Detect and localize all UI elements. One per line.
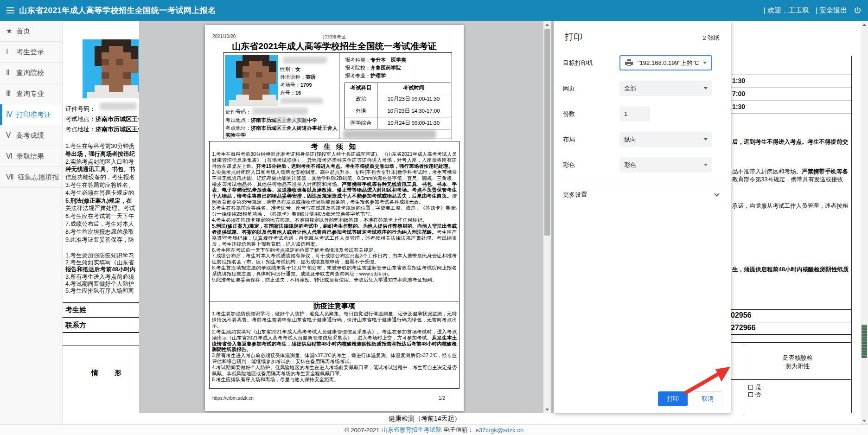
doc-notice-box: 考 生 须 知 1.考生在每科考前30分钟携带此准考证和身份证(现役军人持士兵证… bbox=[209, 141, 460, 301]
sidebar-item-scores[interactable]: Ⅴ高考成绩 bbox=[0, 125, 62, 146]
exam-table-header-row: 考试科目考试时间 bbox=[345, 83, 450, 93]
dialog-field-label: 份数 bbox=[563, 110, 619, 118]
photo-pixel bbox=[102, 39, 109, 46]
doc-addr-row: 考点地址：济南市历城区王舍人街道办事处王舍人实验中学 bbox=[225, 125, 338, 139]
sidebar-item-label: 打印准考证 bbox=[16, 110, 51, 119]
preview-document-page: 2021/10/20 打印准考证 山东省2021年成人高等学校招生全国统一考试准… bbox=[205, 25, 464, 411]
sidebar-item-prefix: Ⅰ bbox=[6, 48, 13, 56]
sidebar-item-prefix: Ⅶ bbox=[6, 173, 14, 181]
dialog-select[interactable]: 全部 bbox=[619, 81, 712, 96]
bg-nucleic-text: 是否核酸检 bbox=[744, 354, 851, 362]
divider bbox=[731, 342, 851, 343]
photo-pixel bbox=[109, 46, 117, 53]
divider bbox=[63, 317, 139, 318]
checkbox-label: 否 bbox=[755, 390, 761, 399]
doc-field-value: 护理学 bbox=[370, 73, 386, 78]
print-dialog-title: 打印 bbox=[565, 31, 582, 43]
bg-site-line: 考试地点：济南市历城区王舍人实验中学 bbox=[65, 115, 139, 123]
sidebar-item-colleges[interactable]: Ⅱ查询院校 bbox=[0, 63, 62, 83]
doc-epidemic-box: 防疫注意事项 1.考生要加强防疫知识学习，做好个人防护，避免人员聚集。每日自觉进… bbox=[209, 301, 460, 389]
bg-health-check-text: 健康检测（考前14天起） bbox=[389, 415, 461, 423]
hamburger-menu-icon[interactable] bbox=[6, 7, 14, 13]
text-segment: 8.考生首次填报志愿的录取结果将于12月中旬公布，未被录取的考生需重新登录山东省… bbox=[212, 265, 457, 276]
dropdown-caret-icon bbox=[704, 87, 708, 90]
bg-time-fragment: 7:00 bbox=[732, 90, 745, 97]
bg-text-fragment: 9.此准考证要妥善保存，防 bbox=[65, 236, 134, 244]
checkbox-icon[interactable] bbox=[748, 392, 753, 397]
doc-paragraph: 3.考生在答题前应将姓名、准考证号、座号写在试题及答题卡规定的位置，字迹要工整、… bbox=[210, 205, 459, 217]
doc-field: 报考专业：护理学 bbox=[345, 72, 386, 79]
sidebar-item-login[interactable]: Ⅰ考生登录 bbox=[0, 42, 62, 63]
photo-pixel bbox=[123, 85, 131, 92]
org-link[interactable]: 山东省教育招生考试院 bbox=[381, 426, 441, 434]
background-page-left: 证件号码： 考试地点：济南市历城区王舍人实验中学 考点地址：济南市历城区王舍人街… bbox=[63, 21, 139, 424]
dialog-field-label: 目标打印机 bbox=[563, 59, 619, 67]
email-link[interactable]: e37crgk@sdzk.cn bbox=[475, 427, 523, 434]
sidebar-item-admission[interactable]: Ⅵ录取结果 bbox=[0, 146, 62, 167]
preview-scrollbar[interactable] bbox=[543, 21, 551, 413]
doc-field-label: 考场号： bbox=[280, 82, 300, 88]
scroll-up-icon[interactable] bbox=[543, 21, 551, 28]
doc-field: 外语语种：英语 bbox=[280, 74, 316, 81]
more-settings-label: 更多设置 bbox=[563, 191, 587, 199]
exam-table-cell: 10月24日 09:00-11:30 bbox=[377, 117, 450, 129]
checkbox-icon[interactable] bbox=[748, 385, 753, 390]
dialog-select[interactable]: 彩色 bbox=[619, 157, 712, 173]
divider bbox=[63, 302, 139, 303]
sidebar-item-print-ticket[interactable]: Ⅳ打印准考证 bbox=[0, 104, 62, 125]
photo-pixel bbox=[87, 92, 95, 98]
scroll-up-icon[interactable] bbox=[861, 21, 868, 28]
doc-paragraph: 4.考试期间要做好个人防护。低风险地区的考生在进入考场前要佩戴口罩，笔试考试过程… bbox=[210, 365, 459, 377]
photo-pixel bbox=[116, 65, 124, 72]
sidebar-item-home[interactable]: ★首页 bbox=[0, 21, 62, 42]
photo-pixel bbox=[95, 52, 102, 59]
cancel-button[interactable]: 取消 bbox=[693, 391, 722, 406]
privacy-smudge bbox=[274, 117, 307, 122]
photo-pixel bbox=[131, 46, 139, 53]
sidebar-item-volunteer[interactable]: Ⅶ征集志愿填报 bbox=[0, 167, 62, 188]
scroll-down-icon[interactable] bbox=[543, 406, 551, 413]
divider bbox=[731, 101, 851, 101]
text-segment: 6.考生应在考试前一天下午到考点规定的位置了解考场情况及考试有关规定。 bbox=[212, 247, 378, 253]
sidebar-item-label: 查询院校 bbox=[16, 69, 44, 77]
dialog-printer-select[interactable]: "192.168.0.199"上的"C bbox=[619, 55, 712, 70]
text-segment: 5.考生应排队有序入场和离场，尽量与他人保持安全距离。 bbox=[212, 377, 339, 382]
doc-field: 考场号：1709 bbox=[280, 82, 312, 89]
text-segment: 承诺，自觉服从考试工作人员管理，违者按相 bbox=[732, 203, 848, 209]
print-button[interactable]: 打印 bbox=[658, 391, 688, 406]
more-settings-button[interactable]: 更多设置 bbox=[554, 183, 731, 206]
dialog-field-row: 彩色彩色 bbox=[563, 157, 720, 173]
sidebar-item-prefix: Ⅴ bbox=[6, 131, 13, 140]
photo-pixel bbox=[95, 46, 102, 53]
photo-pixel bbox=[102, 59, 109, 66]
candidate-photo bbox=[83, 39, 139, 98]
dialog-select[interactable]: 纵向 bbox=[619, 132, 712, 147]
sidebar-item-majors[interactable]: Ⅲ查询专业 bbox=[0, 83, 62, 104]
photo-pixel bbox=[131, 59, 139, 66]
doc-field-value: 英语 bbox=[306, 74, 316, 80]
text-segment: 9.此准考证要妥善保存，防止遗失，不得涂改、转让或顶替使用。录取后凭入学通知书和… bbox=[212, 277, 437, 282]
scroll-down-icon[interactable] bbox=[861, 417, 868, 424]
scrollbar-thumb[interactable] bbox=[544, 29, 550, 236]
dialog-copies-input[interactable]: 1 bbox=[619, 106, 650, 122]
bg-id-label: 证件号码： bbox=[65, 105, 96, 113]
bg-text-fragment: 3.考生在答题前应将姓名、 bbox=[65, 181, 134, 189]
doc-paragraph: 7.成绩公布后，考生对本人考试成绩如有异议，可于成绩公布次日起3个工作日内，由本… bbox=[210, 253, 459, 265]
doc-field-label: 性别： bbox=[280, 66, 295, 72]
doc-title: 山东省2021年成人高等学校招生全国统一考试准考证 bbox=[205, 40, 464, 52]
bg-text-fragment: 7.成绩公布后，考生对本人 bbox=[65, 220, 134, 228]
bg-text-fragment: 5.刑法(修正案九)规定，在 bbox=[65, 197, 132, 205]
photo-pixel bbox=[269, 77, 276, 83]
logout-link[interactable]: | 安全退出 bbox=[816, 6, 847, 15]
print-dialog: 打印 2 张纸 目标打印机"192.168.0.199"上的"C网页全部份数1布… bbox=[554, 21, 731, 413]
bg-text-fragment: 种无线通讯工具、书包、书 bbox=[65, 166, 135, 173]
page-scrollbar[interactable] bbox=[861, 21, 868, 424]
sidebar-item-label: 首页 bbox=[16, 27, 30, 36]
divider bbox=[744, 342, 744, 413]
power-logout-icon[interactable] bbox=[854, 6, 862, 14]
scrollbar-thumb[interactable] bbox=[862, 325, 867, 358]
doc-field: 报考院校：齐鲁医药学院 bbox=[345, 64, 401, 71]
doc-field: 座号：16 bbox=[280, 90, 301, 96]
sidebar-item-prefix: Ⅳ bbox=[6, 110, 13, 119]
site-title: 山东省2021年成人高等学校招生全国统一考试网上报名 bbox=[19, 5, 216, 16]
